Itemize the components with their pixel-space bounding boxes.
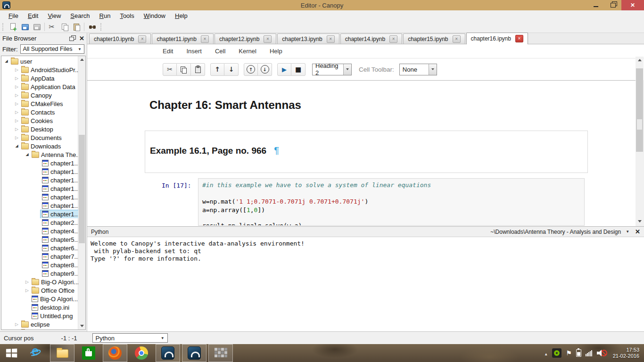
notebook-menu-help[interactable]: Help — [270, 48, 282, 55]
tree-item[interactable]: chapter5... — [1, 235, 78, 244]
expand-arrow-icon[interactable]: ▷ — [14, 320, 20, 329]
close-tab-button[interactable]: × — [515, 35, 523, 42]
file-tree-scrollbar[interactable] — [78, 56, 85, 329]
bricks-app-taskbar-button[interactable] — [208, 344, 233, 362]
toolbar-find-button[interactable] — [86, 22, 98, 32]
notebook-paste-button[interactable] — [191, 63, 205, 76]
console-output[interactable]: Welcome to Canopy's interactive data-ana… — [87, 237, 644, 265]
tree-item[interactable]: ▷Application Data — [1, 82, 78, 91]
tree-item[interactable]: chapter2... — [1, 218, 78, 227]
editor-tab[interactable]: chapter13.ipynb× — [277, 33, 339, 44]
tree-item[interactable]: ▷Big-O Algori... — [1, 278, 78, 286]
notebook-menu-edit[interactable]: Edit — [163, 48, 173, 55]
close-tab-button[interactable]: × — [327, 35, 335, 43]
notebook-run-button[interactable] — [277, 63, 291, 76]
expand-arrow-icon[interactable]: ▷ — [14, 82, 20, 91]
notebook-menu-insert[interactable]: Insert — [186, 48, 202, 55]
tree-item[interactable]: ◢Antenna The... — [1, 150, 78, 159]
close-console-icon[interactable]: ✕ — [635, 229, 640, 235]
collapse-arrow-icon[interactable]: ◢ — [24, 150, 30, 159]
notebook-circled-arrow-down-button[interactable] — [258, 63, 272, 76]
battery-icon[interactable] — [576, 349, 581, 357]
editor-tab[interactable]: chapter10.ipynb× — [89, 33, 151, 44]
toolbar-open-file-button[interactable] — [19, 22, 31, 32]
minimize-button[interactable] — [587, 0, 604, 10]
restore-button[interactable] — [604, 0, 621, 10]
console-menu-icon[interactable]: ▼ — [626, 230, 629, 234]
scroll-down-arrow[interactable] — [78, 322, 85, 329]
close-tab-button[interactable]: × — [201, 35, 209, 43]
menu-search[interactable]: Search — [66, 11, 94, 20]
taskbar-clock[interactable]: 17:53 21-02-2016 — [613, 347, 639, 359]
windows-store-taskbar-button[interactable] — [76, 344, 101, 362]
menu-help[interactable]: Help — [170, 11, 192, 20]
tree-item[interactable]: ▷Canopy — [1, 91, 78, 99]
tree-item[interactable]: ▷AppData — [1, 74, 78, 82]
start-taskbar-button[interactable] — [0, 344, 23, 362]
close-tab-button[interactable]: × — [389, 35, 397, 43]
notebook-menu-kernel[interactable]: Kernel — [239, 48, 256, 55]
tree-item[interactable]: Untitled.png — [1, 312, 78, 320]
tree-item[interactable]: chapter7... — [1, 252, 78, 261]
notebook-menu-cell[interactable]: Cell — [215, 48, 225, 55]
tree-item[interactable]: desktop.ini — [1, 303, 78, 312]
tree-item[interactable]: ▷Cookies — [1, 116, 78, 125]
close-tab-button[interactable]: × — [138, 35, 146, 43]
tree-item[interactable]: ◢Downloads — [1, 142, 78, 150]
toolbar-copy-button[interactable] — [58, 22, 70, 32]
nvidia-icon[interactable] — [552, 348, 561, 358]
cell-toolbar-select[interactable]: None — [399, 64, 437, 75]
tree-item[interactable]: ▷CMakeFiles — [1, 99, 78, 108]
collapse-arrow-icon[interactable]: ◢ — [3, 57, 9, 66]
tree-item[interactable]: ▷Desktop — [1, 125, 78, 133]
expand-arrow-icon[interactable]: ▷ — [14, 74, 20, 82]
hidden-icons-icon[interactable] — [544, 349, 548, 357]
editor-tab[interactable]: chapter14.ipynb× — [340, 33, 402, 44]
file-explorer-taskbar-button[interactable] — [50, 344, 74, 362]
tree-item[interactable]: chapter4... — [1, 227, 78, 235]
editor-tab[interactable]: chapter12.ipynb× — [215, 33, 276, 44]
notebook-arrow-down-button[interactable] — [224, 63, 239, 76]
collapse-arrow-icon[interactable]: ◢ — [14, 142, 20, 150]
expand-arrow-icon[interactable]: ▷ — [14, 116, 20, 125]
tree-item[interactable]: chapter1... — [1, 159, 78, 167]
notebook-arrow-up-button[interactable] — [210, 63, 224, 76]
example-heading-cell[interactable]: Example 16.1, Page no. 966¶ — [145, 131, 588, 173]
expand-arrow-icon[interactable]: ▷ — [14, 329, 20, 330]
close-button[interactable]: ✕ — [621, 0, 644, 10]
menu-view[interactable]: View — [43, 11, 66, 20]
tree-item[interactable]: ▷ — [1, 329, 78, 330]
tree-item[interactable]: chapter1... — [1, 193, 78, 201]
toolbar-grip[interactable] — [2, 23, 5, 31]
tree-item[interactable]: ▷Contacts — [1, 108, 78, 116]
menu-edit[interactable]: Edit — [23, 11, 43, 20]
close-tab-button[interactable]: × — [264, 35, 272, 43]
toolbar-save-file-button[interactable] — [31, 22, 42, 32]
tree-item[interactable]: ▷Office Office — [1, 286, 78, 295]
filter-select[interactable]: All Supported Files ▼ — [20, 44, 85, 54]
menu-run[interactable]: Run — [95, 11, 116, 20]
tree-item[interactable]: ▷Documents — [1, 133, 78, 142]
code-input-area[interactable]: #in this example we have to solve a syst… — [198, 178, 585, 226]
close-panel-icon[interactable]: ✕ — [79, 35, 84, 41]
pilcrow-anchor[interactable]: ¶ — [274, 145, 279, 156]
notebook-scrollbar[interactable] — [636, 57, 644, 225]
tree-item[interactable]: ◢user — [1, 57, 78, 66]
expand-arrow-icon[interactable]: ▷ — [14, 125, 20, 133]
expand-arrow-icon[interactable]: ▷ — [14, 66, 20, 74]
tree-item[interactable]: chapter1... — [1, 210, 78, 218]
tree-item[interactable]: chapter9... — [1, 269, 78, 278]
scroll-up-arrow[interactable] — [78, 56, 85, 63]
expand-arrow-icon[interactable]: ▷ — [24, 278, 30, 286]
action-center-flag-icon[interactable] — [566, 349, 572, 357]
canopy-taskbar-button[interactable] — [156, 344, 180, 362]
scroll-up-arrow[interactable] — [636, 57, 644, 64]
tree-item[interactable]: chapter1... — [1, 167, 78, 176]
toolbar-paste-button[interactable] — [70, 22, 82, 32]
tree-item[interactable]: chapter8... — [1, 261, 78, 269]
tree-item[interactable]: ▷eclipse — [1, 320, 78, 329]
internet-explorer-taskbar-button[interactable] — [24, 344, 48, 362]
tree-item[interactable]: chapter1... — [1, 201, 78, 210]
menu-file[interactable]: File — [4, 11, 23, 20]
scroll-thumb[interactable] — [636, 68, 643, 152]
